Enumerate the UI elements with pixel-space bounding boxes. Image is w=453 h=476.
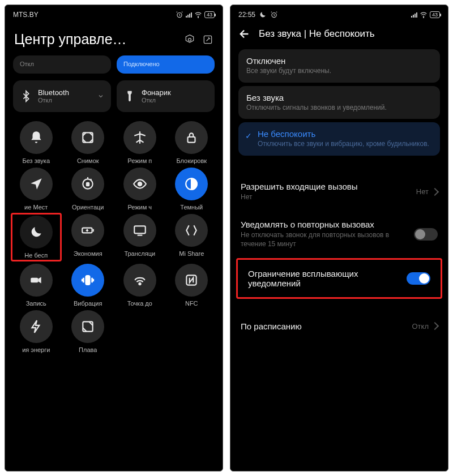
- svg-rect-12: [31, 278, 38, 283]
- nfc-icon: [184, 273, 199, 288]
- rotation-lock-icon: [80, 177, 95, 191]
- tile-mishare[interactable]: Mi Share: [168, 214, 216, 260]
- wifi-icon: [194, 11, 202, 19]
- back-arrow-icon[interactable]: [238, 28, 251, 40]
- mishare-icon: [184, 223, 199, 238]
- toggle-limit-popup[interactable]: [407, 272, 430, 285]
- edit-icon[interactable]: [202, 34, 213, 45]
- tile-location[interactable]: ие Мест: [12, 168, 61, 211]
- alarm-icon: [270, 11, 278, 19]
- svg-rect-13: [86, 276, 90, 284]
- screenshot-icon: [80, 130, 95, 145]
- tile-vibration[interactable]: Вибрация: [64, 264, 113, 307]
- tile-airplane[interactable]: Режим п: [116, 121, 164, 164]
- value-label: Нет: [416, 187, 429, 196]
- row-allow-incoming-calls[interactable]: Разрешить входящие вызовы Нет Нет: [230, 173, 448, 211]
- bell-icon: [29, 130, 44, 145]
- control-center-header: Центр управле…: [5, 21, 223, 53]
- tile-unknown-off[interactable]: Откл: [13, 55, 111, 74]
- phone-left-control-center: MTS.BY 43 Центр управле… Откл Подключено…: [5, 5, 223, 471]
- option-dnd[interactable]: Не беспокоить Отключить все звуки и вибр…: [238, 122, 440, 156]
- settings-icon[interactable]: [184, 34, 195, 45]
- tile-reading[interactable]: Режим ч: [116, 168, 164, 211]
- carrier-label: MTS.BY: [13, 11, 39, 19]
- wifi-icon: [420, 11, 428, 19]
- chevron-right-icon: [431, 188, 439, 196]
- tile-record[interactable]: Запись: [12, 264, 61, 307]
- option-disabled[interactable]: Отключен Все звуки будут включены.: [238, 49, 440, 83]
- alarm-icon: [176, 11, 183, 19]
- tile-energy[interactable]: ия энерги: [12, 310, 61, 353]
- location-icon: [29, 177, 44, 191]
- cast-icon: [133, 223, 147, 238]
- tile-orientation[interactable]: Ориентаци: [64, 168, 113, 211]
- tile-mute[interactable]: Без звука: [12, 121, 61, 164]
- status-time: 22:55: [238, 11, 255, 19]
- svg-rect-7: [87, 183, 89, 186]
- svg-rect-11: [134, 226, 146, 233]
- row-repeat-callers[interactable]: Уведомлять о повторных вызовах Не отключ…: [230, 211, 448, 258]
- page-title: Без звука | Не беспокоить: [259, 28, 375, 40]
- highlighted-row: Ограничение всплывающих уведомлений: [236, 258, 442, 299]
- svg-point-2: [189, 38, 191, 41]
- tile-screenshot[interactable]: Снимок: [64, 121, 113, 164]
- battery-plus-icon: [80, 223, 95, 238]
- tile-battery-saver[interactable]: Экономия: [64, 214, 113, 260]
- settings-header: Без звука | Не беспокоить: [230, 21, 448, 46]
- signal-icon: [411, 12, 417, 18]
- svg-point-18: [423, 17, 424, 18]
- moon-icon: [29, 225, 44, 239]
- svg-point-8: [138, 182, 142, 186]
- vibration-icon: [80, 273, 95, 288]
- signal-icon: [186, 12, 192, 18]
- tile-hotspot[interactable]: Точка до: [116, 264, 164, 307]
- tile-nfc[interactable]: NFC: [168, 264, 216, 307]
- contrast-icon: [184, 177, 199, 191]
- tile-cast[interactable]: Трансляци: [116, 214, 164, 260]
- tile-flashlight[interactable]: Фонарик Откл: [117, 80, 215, 112]
- float-window-icon: [80, 319, 95, 334]
- tile-float[interactable]: Плава: [64, 310, 113, 353]
- flashlight-icon: [123, 90, 136, 102]
- tile-dark-mode[interactable]: Темный: [168, 168, 216, 211]
- bluetooth-icon: [20, 90, 32, 102]
- status-bar: MTS.BY 43: [5, 5, 223, 21]
- toggle-repeat-callers[interactable]: [414, 228, 438, 241]
- airplane-icon: [133, 130, 147, 145]
- chevron-right-icon: [431, 322, 439, 330]
- svg-point-14: [139, 283, 140, 285]
- svg-rect-5: [188, 137, 195, 143]
- row-schedule[interactable]: По расписанию Откл: [230, 312, 448, 340]
- tile-connected[interactable]: Подключено: [117, 55, 215, 74]
- tile-do-not-disturb[interactable]: Не бесп: [11, 213, 62, 261]
- battery-indicator: 43: [204, 11, 215, 18]
- svg-point-1: [198, 17, 198, 18]
- status-bar: 22:55 43: [230, 5, 448, 21]
- tile-lock[interactable]: Блокировк: [168, 121, 216, 164]
- videocam-icon: [29, 273, 44, 288]
- phone-right-dnd-settings: 22:55 43 Без звука | Не беспокоить Отклю…: [230, 5, 448, 471]
- hotspot-icon: [133, 273, 147, 288]
- option-silent[interactable]: Без звука Отключить сигналы звонков и ув…: [238, 86, 440, 119]
- moon-icon: [259, 11, 267, 19]
- bolt-icon: [29, 319, 44, 334]
- page-title: Центр управле…: [14, 31, 127, 48]
- eye-icon: [133, 177, 147, 191]
- battery-indicator: 43: [430, 11, 440, 18]
- lock-icon: [184, 130, 199, 145]
- quick-tiles-grid: Без звука Снимок Режим п Блокировк ие Ме…: [5, 115, 223, 353]
- value-label: Откл: [412, 322, 429, 331]
- tile-bluetooth[interactable]: Bluetooth Откл: [13, 80, 111, 112]
- chevron-down-icon: [97, 93, 104, 100]
- row-limit-popup[interactable]: Ограничение всплывающих уведомлений: [238, 260, 441, 297]
